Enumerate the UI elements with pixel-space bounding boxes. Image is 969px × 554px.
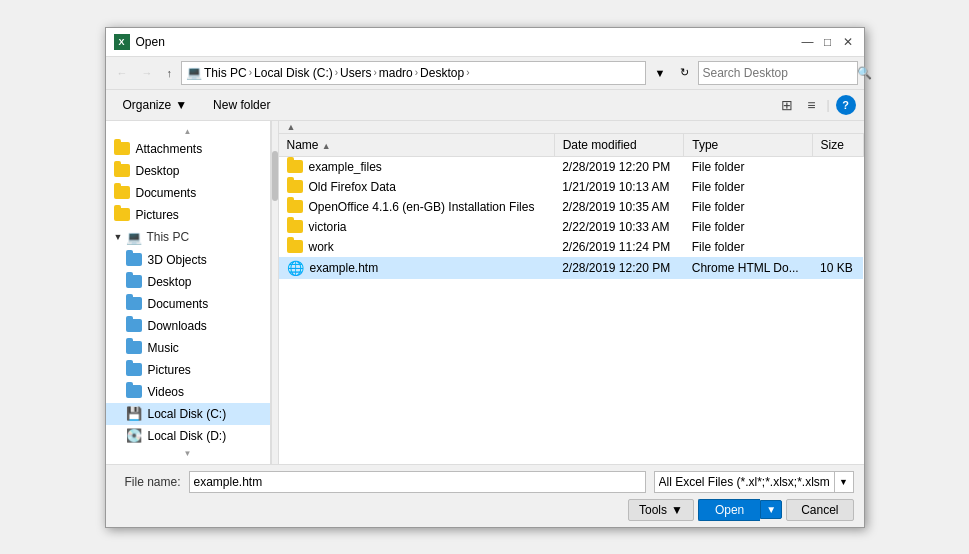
column-size[interactable]: Size xyxy=(812,134,863,157)
table-row[interactable]: Old Firefox Data1/21/2019 10:13 AMFile f… xyxy=(279,177,864,197)
computer-icon: 💻 xyxy=(186,65,202,80)
sidebar-item-downloads[interactable]: Downloads xyxy=(106,315,270,337)
file-type-cell: Chrome HTML Do... xyxy=(684,257,812,279)
search-input[interactable] xyxy=(703,66,853,80)
search-bar: 🔍 xyxy=(698,61,858,85)
file-type-dropdown-button[interactable]: ▼ xyxy=(834,471,854,493)
divider: | xyxy=(826,98,829,112)
file-size-cell xyxy=(812,177,863,197)
sidebar-item-documents-quick[interactable]: Documents xyxy=(106,182,270,204)
sidebar-scrollbar[interactable] xyxy=(271,121,279,464)
organize-dropdown-icon: ▼ xyxy=(175,98,187,112)
sidebar-item-local-disk-c[interactable]: 💾 Local Disk (C:) xyxy=(106,403,270,425)
up-button[interactable]: ↑ xyxy=(162,64,178,82)
new-folder-button[interactable]: New folder xyxy=(204,94,279,116)
drive-icon: 💽 xyxy=(126,428,142,444)
folder-icon xyxy=(114,163,130,179)
file-name-input[interactable] xyxy=(189,471,646,493)
table-row[interactable]: work2/26/2019 11:24 PMFile folder xyxy=(279,237,864,257)
folder-icon xyxy=(126,296,142,312)
file-type-cell: File folder xyxy=(684,177,812,197)
file-date-cell: 2/28/2019 10:35 AM xyxy=(554,197,684,217)
action-row: Tools ▼ Open ▼ Cancel xyxy=(116,499,854,521)
dropdown-path-button[interactable]: ▼ xyxy=(650,64,671,82)
sidebar-item-documents[interactable]: Documents xyxy=(106,293,270,315)
view-list-button[interactable]: ≡ xyxy=(802,94,820,116)
search-icon: 🔍 xyxy=(857,66,872,80)
this-pc-icon: 💻 xyxy=(126,230,142,245)
sidebar-this-pc-header[interactable]: ▼ 💻 This PC xyxy=(106,226,270,249)
file-name-cell: Old Firefox Data xyxy=(279,177,555,197)
file-date-cell: 2/28/2019 12:20 PM xyxy=(554,156,684,177)
tools-button[interactable]: Tools ▼ xyxy=(628,499,694,521)
open-button[interactable]: Open xyxy=(698,499,760,521)
sidebar-item-3d-objects[interactable]: 3D Objects xyxy=(106,249,270,271)
main-area: ▲ Attachments Desktop Documents xyxy=(106,121,864,464)
breadcrumb-item-localdisk[interactable]: Local Disk (C:) › xyxy=(254,66,338,80)
file-date-cell: 2/26/2019 11:24 PM xyxy=(554,237,684,257)
bottom-area: File name: ▼ Tools ▼ Open ▼ Cancel xyxy=(106,464,864,527)
file-date-cell: 2/28/2019 12:20 PM xyxy=(554,257,684,279)
breadcrumb-item-users[interactable]: Users › xyxy=(340,66,377,80)
column-date[interactable]: Date modified xyxy=(554,134,684,157)
file-name-cell: work xyxy=(279,237,555,257)
file-type-select: ▼ xyxy=(654,471,854,493)
file-list: ▲ Name ▲ Date modified Type xyxy=(279,121,864,464)
maximize-button[interactable]: □ xyxy=(820,34,836,50)
sidebar-item-desktop-quick[interactable]: Desktop xyxy=(106,160,270,182)
sidebar-item-desktop[interactable]: Desktop xyxy=(106,271,270,293)
file-type-cell: File folder xyxy=(684,156,812,177)
title-bar: X Open — □ ✕ xyxy=(106,28,864,57)
sidebar-item-videos[interactable]: Videos xyxy=(106,381,270,403)
folder-icon xyxy=(126,318,142,334)
excel-icon: X xyxy=(114,34,130,50)
table-row[interactable]: OpenOffice 4.1.6 (en-GB) Installation Fi… xyxy=(279,197,864,217)
scroll-up-indicator: ▲ xyxy=(184,127,192,136)
back-button[interactable]: ← xyxy=(112,64,133,82)
breadcrumb-item-desktop[interactable]: Desktop › xyxy=(420,66,469,80)
file-name-cell: 🌐example.htm xyxy=(279,257,555,279)
folder-icon xyxy=(126,362,142,378)
table-row[interactable]: example_files2/28/2019 12:20 PMFile fold… xyxy=(279,156,864,177)
file-type-cell: File folder xyxy=(684,237,812,257)
sidebar-item-local-disk-d[interactable]: 💽 Local Disk (D:) xyxy=(106,425,270,447)
organize-button[interactable]: Organize ▼ xyxy=(114,94,197,116)
refresh-button[interactable]: ↻ xyxy=(675,63,694,82)
help-button[interactable]: ? xyxy=(836,95,856,115)
toolbar: Organize ▼ New folder ⊞ ≡ | ? xyxy=(106,90,864,121)
window-controls: — □ ✕ xyxy=(800,34,856,50)
file-type-cell: File folder xyxy=(684,217,812,237)
breadcrumb-item-madro[interactable]: madro › xyxy=(379,66,418,80)
folder-icon xyxy=(126,384,142,400)
file-name-row: File name: ▼ xyxy=(116,471,854,493)
table-row[interactable]: 🌐example.htm2/28/2019 12:20 PMChrome HTM… xyxy=(279,257,864,279)
folder-icon xyxy=(114,185,130,201)
toolbar-right: ⊞ ≡ | ? xyxy=(776,94,855,116)
breadcrumb-item-thispc[interactable]: This PC › xyxy=(204,66,252,80)
file-date-cell: 1/21/2019 10:13 AM xyxy=(554,177,684,197)
column-name[interactable]: Name ▲ xyxy=(279,134,555,157)
close-button[interactable]: ✕ xyxy=(840,34,856,50)
scroll-down-indicator: ▼ xyxy=(184,449,192,458)
sidebar-scroll-thumb xyxy=(272,151,278,201)
table-row[interactable]: victoria2/22/2019 10:33 AMFile folder xyxy=(279,217,864,237)
file-type-input xyxy=(654,471,834,493)
music-folder-icon xyxy=(126,340,142,356)
cancel-button[interactable]: Cancel xyxy=(786,499,853,521)
file-name-cell: victoria xyxy=(279,217,555,237)
sidebar-item-attachments[interactable]: Attachments xyxy=(106,138,270,160)
sidebar-item-pictures-quick[interactable]: Pictures xyxy=(106,204,270,226)
sidebar: ▲ Attachments Desktop Documents xyxy=(106,121,271,464)
sidebar-item-music[interactable]: Music xyxy=(106,337,270,359)
file-size-cell: 10 KB xyxy=(812,257,863,279)
file-name-cell: example_files xyxy=(279,156,555,177)
file-size-cell xyxy=(812,237,863,257)
forward-button[interactable]: → xyxy=(137,64,158,82)
sidebar-item-pictures[interactable]: Pictures xyxy=(106,359,270,381)
view-grid-button[interactable]: ⊞ xyxy=(776,94,798,116)
open-dropdown-button[interactable]: ▼ xyxy=(760,500,782,519)
minimize-button[interactable]: — xyxy=(800,34,816,50)
column-type[interactable]: Type xyxy=(684,134,812,157)
folder-icon xyxy=(114,141,130,157)
file-table: Name ▲ Date modified Type Size xyxy=(279,134,864,279)
